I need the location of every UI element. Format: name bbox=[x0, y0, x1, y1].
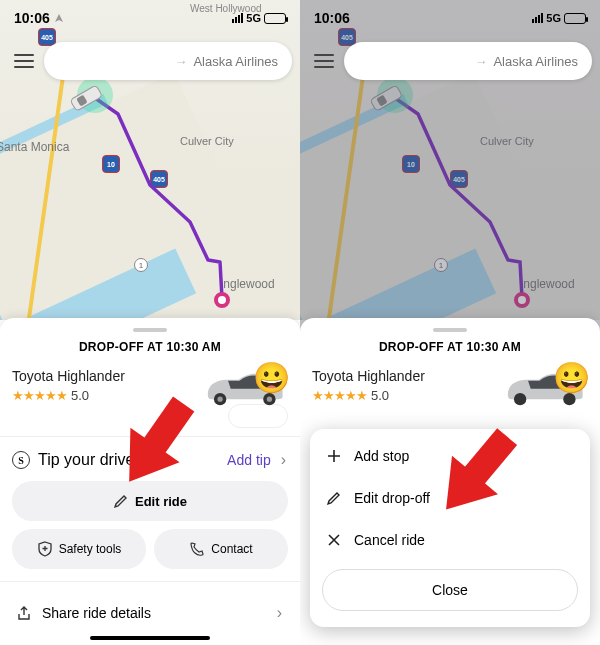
phone-screen-main: West Hollywood Santa Monica Culver City … bbox=[0, 0, 300, 645]
destination-search[interactable]: → Alaska Airlines bbox=[44, 42, 292, 80]
vehicle-image: 😀 bbox=[198, 364, 288, 408]
svg-point-0 bbox=[216, 294, 228, 306]
battery-icon bbox=[264, 13, 286, 24]
pencil-icon bbox=[326, 490, 342, 506]
sheet-grabber[interactable] bbox=[133, 328, 167, 332]
ride-sheet[interactable]: DROP-OFF AT 10:30 AM Toyota Highlander ★… bbox=[0, 318, 300, 645]
tip-row[interactable]: S Tip your driver Add tip › bbox=[12, 445, 288, 475]
signal-bars-icon bbox=[232, 13, 243, 23]
chevron-right-icon: › bbox=[275, 604, 284, 622]
status-time: 10:06 bbox=[14, 10, 50, 26]
add-stop-item[interactable]: Add stop bbox=[310, 435, 590, 477]
edit-ride-button[interactable]: Edit ride bbox=[12, 481, 288, 521]
destination-search[interactable]: → Alaska Airlines bbox=[344, 42, 592, 80]
pencil-icon bbox=[113, 493, 129, 509]
svg-point-7 bbox=[267, 397, 272, 402]
share-ride-row[interactable]: Share ride details › bbox=[12, 590, 288, 630]
chevron-right-icon: › bbox=[279, 451, 288, 469]
menu-button[interactable] bbox=[308, 54, 334, 68]
close-icon bbox=[326, 532, 342, 548]
svg-point-14 bbox=[514, 393, 526, 405]
svg-point-10 bbox=[516, 294, 528, 306]
add-tip-link[interactable]: Add tip bbox=[227, 452, 271, 468]
status-bar: 10:06 5G bbox=[300, 0, 600, 36]
plus-icon bbox=[326, 448, 342, 464]
dollar-icon: S bbox=[12, 451, 30, 469]
dropoff-heading: DROP-OFF AT 10:30 AM bbox=[12, 340, 288, 354]
driver-emoji-icon: 😀 bbox=[253, 360, 290, 395]
home-indicator bbox=[90, 636, 210, 640]
rating-value: 5.0 bbox=[71, 388, 89, 403]
destination-text: Alaska Airlines bbox=[193, 54, 278, 69]
share-icon bbox=[16, 605, 32, 621]
location-arrow-icon bbox=[54, 13, 64, 23]
vehicle-name: Toyota Highlander bbox=[12, 368, 190, 384]
shield-plus-icon bbox=[37, 541, 53, 557]
status-bar: 10:06 5G bbox=[0, 0, 300, 36]
edit-dropoff-item[interactable]: Edit drop-off bbox=[310, 477, 590, 519]
phone-icon bbox=[189, 541, 205, 557]
menu-button[interactable] bbox=[8, 54, 34, 68]
phone-screen-edit-menu: Culver City Inglewood 405 405 10 1 10:06… bbox=[300, 0, 600, 645]
network-label: 5G bbox=[246, 12, 261, 24]
contact-button[interactable]: Contact bbox=[154, 529, 288, 569]
svg-point-5 bbox=[217, 397, 222, 402]
rating-stars-icon: ★★★★★ bbox=[12, 388, 67, 403]
close-button[interactable]: Close bbox=[322, 569, 578, 611]
safety-tools-button[interactable]: Safety tools bbox=[12, 529, 146, 569]
edit-ride-menu: Add stop Edit drop-off Cancel ride Close bbox=[310, 429, 590, 627]
cancel-ride-item[interactable]: Cancel ride bbox=[310, 519, 590, 561]
tip-label: Tip your driver bbox=[38, 451, 219, 469]
arrow-right-icon: → bbox=[174, 54, 187, 69]
